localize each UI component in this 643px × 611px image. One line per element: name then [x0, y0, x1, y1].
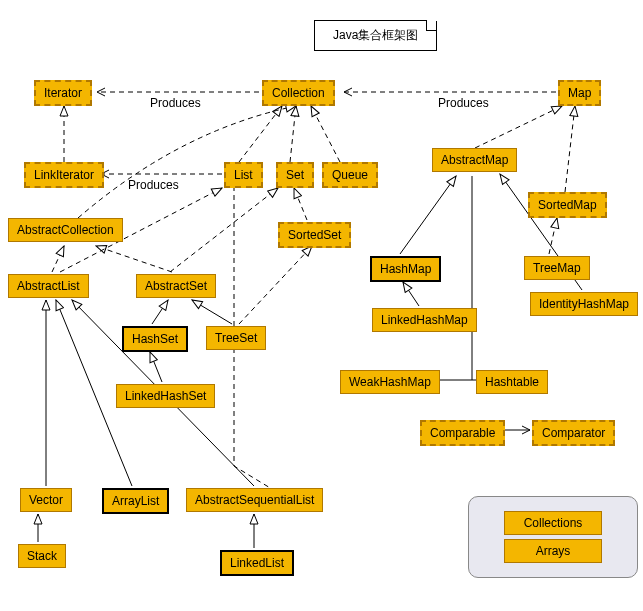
node-linkedlist: LinkedList [220, 550, 294, 576]
node-treeset: TreeSet [206, 326, 266, 350]
svg-line-13 [549, 218, 557, 254]
legend-collections: Collections [504, 511, 602, 535]
legend-panel: Collections Arrays [468, 496, 638, 578]
node-arraylist: ArrayList [102, 488, 169, 514]
node-map: Map [558, 80, 601, 106]
node-sortedset: SortedSet [278, 222, 351, 248]
node-weakhashmap: WeakHashMap [340, 370, 440, 394]
node-hashtable: Hashtable [476, 370, 548, 394]
node-sortedmap: SortedMap [528, 192, 607, 218]
node-iterator: Iterator [34, 80, 92, 106]
node-identityhashmap: IdentityHashMap [530, 292, 638, 316]
node-linkedhashmap: LinkedHashMap [372, 308, 477, 332]
node-vector: Vector [20, 488, 72, 512]
svg-line-10 [52, 246, 64, 272]
node-linkiterator: LinkIterator [24, 162, 104, 188]
node-abstractlist: AbstractList [8, 274, 89, 298]
svg-line-7 [294, 188, 307, 220]
legend-arrays: Arrays [504, 539, 602, 563]
svg-line-17 [152, 300, 168, 324]
svg-line-12 [239, 246, 312, 324]
produces-label-2: Produces [438, 96, 489, 110]
svg-line-19 [150, 352, 162, 382]
svg-line-9 [565, 106, 575, 192]
title-text: Java集合框架图 [333, 28, 418, 42]
diagram-canvas: Java集合框架图 Produces Produces Produces Ite… [0, 0, 643, 611]
node-list: List [224, 162, 263, 188]
node-treemap: TreeMap [524, 256, 590, 280]
node-stack: Stack [18, 544, 66, 568]
svg-line-4 [239, 106, 282, 162]
svg-line-8 [475, 106, 562, 148]
svg-line-5 [290, 106, 296, 162]
node-hashset: HashSet [122, 326, 188, 352]
svg-line-18 [192, 300, 232, 324]
produces-label-1: Produces [150, 96, 201, 110]
svg-line-6 [311, 106, 340, 162]
node-abstractmap: AbstractMap [432, 148, 517, 172]
produces-label-3: Produces [128, 178, 179, 192]
svg-line-11 [96, 246, 172, 272]
node-abstractset: AbstractSet [136, 274, 216, 298]
node-abstractsequentiallist: AbstractSequentialList [186, 488, 323, 512]
node-collection: Collection [262, 80, 335, 106]
svg-line-15 [400, 176, 456, 254]
node-comparable: Comparable [420, 420, 505, 446]
node-abstractcollection: AbstractCollection [8, 218, 123, 242]
svg-line-16 [403, 282, 419, 306]
node-set: Set [276, 162, 314, 188]
node-linkedhashset: LinkedHashSet [116, 384, 215, 408]
node-comparator: Comparator [532, 420, 615, 446]
diagram-title: Java集合框架图 [314, 20, 437, 51]
node-queue: Queue [322, 162, 378, 188]
node-hashmap: HashMap [370, 256, 441, 282]
